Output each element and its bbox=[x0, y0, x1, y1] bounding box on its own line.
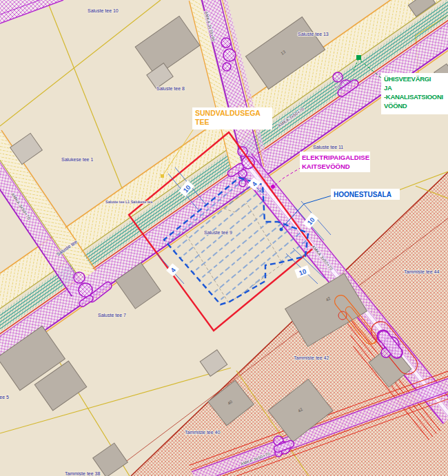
water-point-marker bbox=[356, 55, 361, 60]
callout-line: ÜHISVEEVÄRGI bbox=[384, 75, 431, 83]
parcel-label: Tammiste tee 42 bbox=[294, 355, 329, 360]
parcel-label: Salukese tee 1 bbox=[61, 157, 93, 162]
callout-line: ELEKTRIPAIGALDISE bbox=[302, 154, 369, 161]
parcel-label: Saluste tee 10 bbox=[88, 8, 119, 13]
callout-sundvaldusega-tee: SUNDVALDUSEGA TEE bbox=[192, 107, 272, 130]
callout-line: KAITSEVÖÖND bbox=[302, 163, 350, 170]
callout-line: HOONESTUSALA bbox=[334, 191, 391, 198]
callout-line: TEE bbox=[195, 118, 209, 126]
parcel-label: Saluste tee 11 bbox=[313, 145, 343, 149]
parcel-label: Tammiste tee 38 bbox=[65, 471, 100, 476]
electric-point-marker bbox=[271, 185, 275, 189]
callout-line: JA bbox=[384, 84, 392, 92]
callout-uvk-voond: ÜHISVEEVÄRGI JA -KANALISATSIOONI VÖÖND bbox=[381, 73, 448, 114]
parcel-label: Saluste tee L1 Salukese tee bbox=[105, 200, 153, 204]
road-point-marker bbox=[161, 174, 164, 178]
callout-hoonestusala: HOONESTUSALA bbox=[331, 189, 400, 200]
callout-line: SUNDVALDUSEGA bbox=[195, 109, 261, 117]
parcel-label: Saluste tee 8 bbox=[156, 86, 185, 91]
parcel-label: Saluste tee 13 bbox=[298, 32, 329, 37]
map-svg: 13 42 40 42 bbox=[0, 0, 448, 476]
parcel-label: Saluste tee 5 bbox=[0, 395, 9, 400]
callout-line: -KANALISATSIOONI bbox=[384, 93, 443, 101]
parcel-label: Saluste tee 9 bbox=[204, 230, 232, 235]
callout-elektripaigaldise-kaitsevoond: ELEKTRIPAIGALDISE KAITSEVÖÖND bbox=[300, 152, 370, 172]
callout-line: VÖÖND bbox=[384, 102, 407, 110]
parcel-label: Saluste tee 7 bbox=[98, 313, 126, 318]
plan-map-canvas[interactable]: 13 42 40 42 bbox=[0, 0, 448, 476]
hoonestusala-point-marker bbox=[280, 228, 283, 231]
parcel-label: Tammiste tee 44 bbox=[404, 269, 439, 274]
parcel-label: Tammiste tee 40 bbox=[185, 430, 220, 435]
